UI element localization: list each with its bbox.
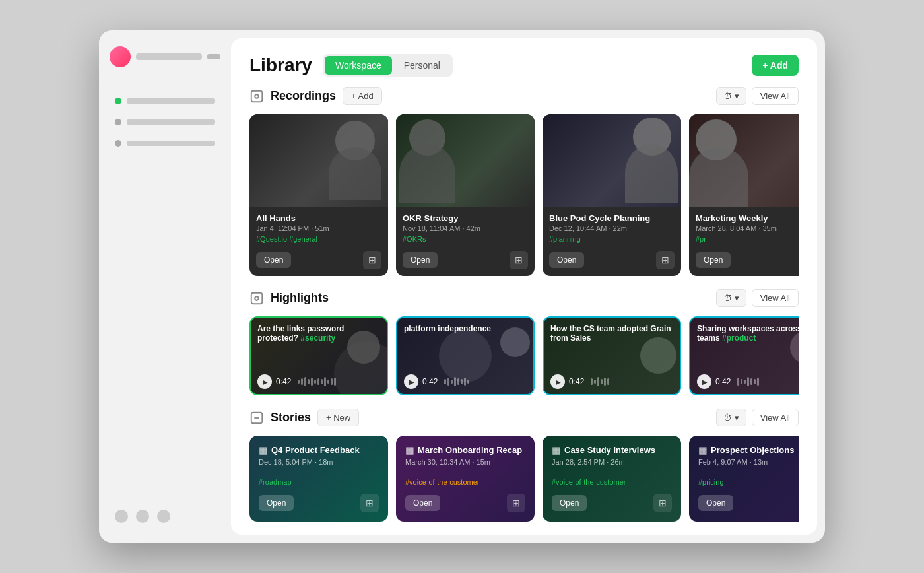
story-archive-button[interactable]: ⊞ (507, 494, 525, 512)
chevron-icon: ▾ (735, 413, 739, 422)
rec-dot (115, 119, 121, 125)
bottom-icon-1[interactable] (115, 510, 128, 523)
story-film-icon: ▦ (259, 445, 267, 455)
recording-card-date: Dec 12, 10:44 AM · 22m (549, 224, 675, 232)
recording-card-footer: Open ⊞ (689, 247, 799, 276)
recordings-view-all-button[interactable]: View All (752, 87, 799, 105)
tab-workspace[interactable]: Workspace (325, 56, 392, 75)
rec-label (127, 119, 215, 125)
highlights-cards-row: Are the links password protected? #secur… (249, 316, 799, 395)
svg-rect-0 (251, 90, 263, 102)
recording-archive-button[interactable]: ⊞ (510, 251, 528, 269)
recording-card: Blue Pod Cycle Planning Dec 12, 10:44 AM… (543, 114, 681, 276)
story-card-title: ▦ March Onboarding Recap (405, 445, 525, 455)
story-card-footer: Open ⊞ (405, 494, 525, 512)
story-card-footer: Open ⊞ (259, 494, 379, 512)
recordings-sort-button[interactable]: ⏱ ▾ (716, 87, 746, 105)
recording-open-button[interactable]: Open (256, 252, 291, 268)
highlight-title: How the CS team adopted Grain from Sales (550, 324, 673, 343)
highlight-footer: ▶ 0:42 (697, 374, 759, 389)
sidebar (99, 30, 231, 543)
recording-open-button[interactable]: Open (403, 252, 438, 268)
recordings-controls: ⏱ ▾ View All (716, 87, 799, 105)
story-open-button[interactable]: Open (405, 495, 440, 511)
sidebar-bottom (110, 503, 220, 529)
stories-sort-button[interactable]: ⏱ ▾ (716, 409, 746, 426)
recording-archive-button[interactable]: ⊞ (363, 251, 381, 269)
story-card: ▦ Prospect Objections Feb 4, 9:07 AM · 1… (689, 436, 799, 522)
highlight-title: platform independence (404, 324, 527, 333)
story-open-button[interactable]: Open (552, 495, 587, 511)
stories-dot (115, 140, 121, 147)
sidebar-item-home[interactable] (110, 94, 220, 108)
highlight-duration: 0:42 (276, 377, 291, 386)
recording-card: All Hands Jan 4, 12:04 PM · 51m #Quest.i… (249, 114, 388, 276)
user-row[interactable] (110, 44, 220, 70)
svg-rect-2 (251, 292, 263, 304)
chevron-icon: ▾ (735, 293, 739, 303)
highlight-footer: ▶ 0:42 (257, 374, 336, 389)
recording-card-footer: Open ⊞ (249, 247, 388, 276)
highlight-duration: 0:42 (569, 377, 584, 386)
highlight-card: How the CS team adopted Grain from Sales… (543, 316, 681, 395)
clock-icon: ⏱ (723, 413, 732, 422)
recording-card-info: All Hands Jan 4, 12:04 PM · 51m #Quest.i… (249, 207, 388, 247)
story-card-date: March 30, 10:34 AM · 15m (405, 458, 525, 466)
recording-open-button[interactable]: Open (696, 252, 731, 268)
highlights-section: Highlights ⏱ ▾ View All (231, 289, 817, 409)
bottom-icon-2[interactable] (136, 510, 149, 523)
play-icon: ▶ (556, 378, 561, 386)
bottom-icon-3[interactable] (157, 510, 170, 523)
story-open-button[interactable]: Open (259, 495, 294, 511)
sidebar-item-stories[interactable] (110, 136, 220, 151)
recording-card-title: All Hands (256, 213, 381, 223)
global-add-button[interactable]: + Add (752, 55, 799, 76)
recording-card-info: OKR Strategy Nov 18, 11:04 AM · 42m #OKR… (396, 207, 535, 247)
sidebar-item-recordings[interactable] (110, 115, 220, 129)
recording-thumbnail (249, 114, 388, 207)
story-archive-button[interactable]: ⊞ (360, 494, 379, 512)
story-card-date: Feb 4, 9:07 AM · 13m (698, 458, 799, 466)
recording-card-info: Blue Pod Cycle Planning Dec 12, 10:44 AM… (543, 207, 681, 247)
recording-card-tag: #pr (696, 235, 799, 243)
highlights-controls: ⏱ ▾ View All (716, 289, 799, 307)
story-film-icon: ▦ (698, 445, 707, 455)
highlight-play-button[interactable]: ▶ (697, 374, 711, 389)
highlights-icon (249, 291, 264, 306)
recording-card-title: Marketing Weekly (696, 213, 799, 223)
highlight-title: Are the links password protected? #secur… (257, 324, 380, 343)
story-archive-button[interactable]: ⊞ (653, 494, 672, 512)
user-menu[interactable] (207, 54, 220, 59)
svg-point-3 (255, 296, 259, 300)
stories-view-all-button[interactable]: View All (752, 409, 799, 426)
recording-card: OKR Strategy Nov 18, 11:04 AM · 42m #OKR… (396, 114, 535, 276)
highlights-view-all-button[interactable]: View All (752, 289, 799, 307)
recordings-add-button[interactable]: + Add (343, 87, 382, 105)
story-card: ▦ March Onboarding Recap March 30, 10:34… (396, 436, 535, 522)
recording-card: Marketing Weekly March 28, 8:04 AM · 35m… (689, 114, 799, 276)
stories-new-button[interactable]: + New (317, 409, 359, 426)
recording-open-button[interactable]: Open (549, 252, 584, 268)
highlight-footer: ▶ 0:42 (404, 374, 469, 389)
tab-personal[interactable]: Personal (393, 56, 451, 75)
waveform (298, 376, 336, 387)
recording-archive-button[interactable]: ⊞ (656, 251, 675, 269)
highlight-play-button[interactable]: ▶ (257, 374, 272, 389)
main-content: Library Workspace Personal + Add Recordi… (231, 38, 817, 535)
recordings-icon (249, 89, 264, 104)
clock-icon: ⏱ (723, 293, 732, 303)
highlight-play-button[interactable]: ▶ (550, 374, 565, 389)
highlight-duration: 0:42 (715, 377, 731, 386)
user-name (136, 53, 202, 60)
home-label (127, 98, 215, 104)
recording-thumbnail (396, 114, 535, 207)
story-card-tag: #pricing (698, 469, 799, 486)
tab-group: Workspace Personal (323, 54, 453, 77)
recording-card-date: March 28, 8:04 AM · 35m (696, 224, 799, 232)
highlight-card: Are the links password protected? #secur… (249, 316, 388, 395)
story-open-button[interactable]: Open (698, 495, 733, 511)
recordings-title: Recordings (271, 89, 336, 103)
highlight-play-button[interactable]: ▶ (404, 374, 418, 389)
highlight-card: Sharing workspaces across teams #product… (689, 316, 799, 395)
highlights-sort-button[interactable]: ⏱ ▾ (716, 289, 746, 307)
